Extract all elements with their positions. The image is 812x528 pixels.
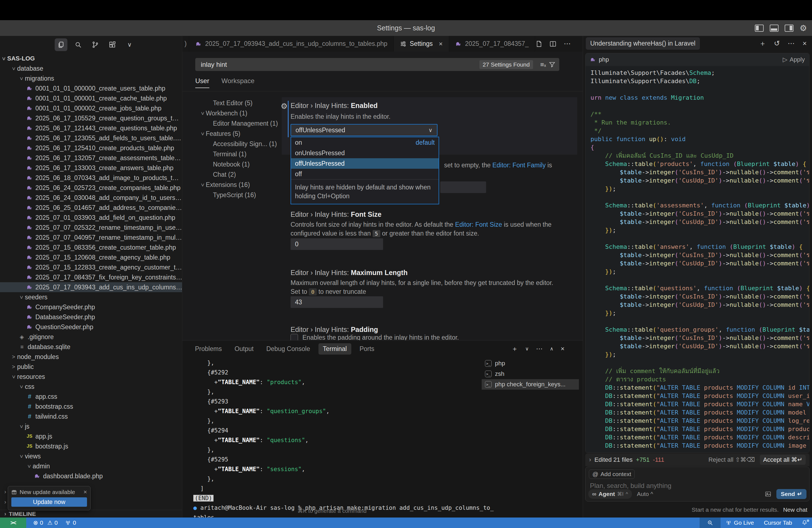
close-panel-icon[interactable]: ×: [561, 345, 565, 353]
terminal-session[interactable]: >_zsh: [482, 369, 579, 379]
dropdown-option[interactable]: onUnlessPressed: [291, 148, 439, 158]
tree-item[interactable]: DatabaseSeeder.php: [0, 312, 182, 322]
panel-tab-debug-console[interactable]: Debug Console: [262, 343, 315, 355]
new-chat-link[interactable]: New chat: [783, 507, 807, 513]
apply-button[interactable]: ▷ Apply: [783, 56, 805, 63]
send-button[interactable]: Send ↵: [777, 489, 807, 499]
open-changes-icon[interactable]: [535, 40, 542, 47]
tree-item[interactable]: 2025_07_15_122833_create_agency_customer…: [0, 262, 182, 272]
notifications-bell-icon[interactable]: [797, 517, 812, 528]
dropdown-option[interactable]: ondefault: [291, 137, 439, 148]
source-control-icon[interactable]: [89, 39, 102, 51]
tree-item[interactable]: >css: [0, 382, 182, 392]
dropdown-option[interactable]: offUnlessPressed: [291, 158, 439, 169]
settings-search-box[interactable]: 27 Settings Found ≡x: [195, 58, 559, 71]
expand-edits-icon[interactable]: ›: [589, 456, 591, 464]
terminal-more-icon[interactable]: ⋯: [536, 345, 543, 353]
enabled-select[interactable]: offUnlessPressed∨: [291, 124, 437, 136]
more-actions-icon[interactable]: ⋯: [564, 40, 571, 48]
tree-item[interactable]: >seeders: [0, 292, 182, 302]
tree-item[interactable]: 2025_06_17_132057_create_assessments_tab…: [0, 153, 182, 163]
tree-item[interactable]: 2025_06_24_030048_add_company_id_to_user…: [0, 193, 182, 203]
new-terminal-icon[interactable]: ＋: [511, 344, 518, 353]
go-live-button[interactable]: Go Live: [721, 517, 759, 528]
chat-input-box[interactable]: @ Add context Plan, search, build anythi…: [585, 467, 810, 501]
cursor-tab-status[interactable]: Cursor Tab: [759, 517, 797, 528]
tree-item[interactable]: dashboard.blade.php: [0, 471, 182, 481]
dropdown-option[interactable]: off: [291, 169, 439, 179]
tree-item[interactable]: 0001_01_01_000000_create_users_table.php: [0, 84, 182, 93]
toc-item[interactable]: Terminal (1): [195, 149, 278, 159]
close-tab-icon[interactable]: ×: [439, 40, 443, 48]
scope-tab-user[interactable]: User: [195, 77, 209, 88]
toast-close-icon[interactable]: ×: [83, 488, 87, 496]
tree-item[interactable]: 2025_06_17_123055_add_fields_to_users_ta…: [0, 133, 182, 143]
tree-item[interactable]: >resources: [0, 372, 182, 382]
editor-tab[interactable]: 2025_07_17_093943_add_cus_ins_udp_column…: [189, 36, 394, 52]
tree-item[interactable]: >admin: [0, 461, 182, 471]
tree-item[interactable]: ≡database.sqlite: [0, 342, 182, 352]
toc-item[interactable]: TypeScript (16): [195, 190, 278, 200]
tree-item[interactable]: 2025_07_17_093943_add_cus_ins_udp_column…: [0, 282, 182, 292]
model-selector[interactable]: Auto ^: [637, 491, 653, 497]
toggle-right-sidebar-icon[interactable]: [785, 25, 794, 32]
panel-tab-output[interactable]: Output: [230, 343, 258, 355]
toc-item[interactable]: Chat (2): [195, 170, 278, 180]
ports-status[interactable]: 0: [65, 519, 76, 526]
tree-item[interactable]: >js: [0, 421, 182, 431]
search-icon[interactable]: [72, 39, 85, 51]
add-context-chip[interactable]: @ Add context: [589, 469, 635, 479]
reject-all-button[interactable]: Reject all ⇧⌘⌫: [708, 456, 755, 464]
problems-status[interactable]: ⊗0 ⚠0: [33, 519, 58, 526]
terminal-session[interactable]: >_php check_foreign_keys...: [482, 379, 579, 390]
tree-root[interactable]: >SAS-LOG: [0, 54, 182, 63]
toc-item[interactable]: Text Editor (5): [195, 98, 278, 108]
panel-tab-ports[interactable]: Ports: [355, 343, 379, 355]
tree-item[interactable]: 2025_06_18_070343_add_image_to_products_…: [0, 173, 182, 183]
remote-indicator[interactable]: ><: [0, 517, 26, 528]
partial-tab[interactable]: ): [182, 36, 189, 52]
chevron-down-icon[interactable]: ∨: [123, 39, 136, 51]
timeline-section[interactable]: › TIMELINE: [0, 510, 182, 517]
tree-item[interactable]: #app.css: [0, 392, 182, 401]
tree-item[interactable]: 2025_07_07_025322_rename_timestamp_in_us…: [0, 223, 182, 233]
tree-item[interactable]: 2025_07_07_040957_rename_timestamp_in_mu…: [0, 233, 182, 243]
scope-tab-workspace[interactable]: Workspace: [221, 77, 255, 88]
tree-item[interactable]: 2025_06_17_125410_create_products_table.…: [0, 143, 182, 153]
tree-item[interactable]: JSapp.js: [0, 431, 182, 441]
toc-item[interactable]: >Extensions (16): [195, 180, 278, 190]
chat-tab[interactable]: Understanding whereHas() in Laravel: [586, 37, 700, 50]
tree-item[interactable]: ◈.gitignore: [0, 332, 182, 342]
toc-item[interactable]: Accessibility Sign... (1): [195, 139, 278, 149]
chat-more-icon[interactable]: ⋯: [788, 39, 795, 48]
filter-icon[interactable]: [549, 61, 555, 68]
toc-item[interactable]: >Features (5): [195, 129, 278, 139]
tree-item[interactable]: 0001_01_01_000002_create_jobs_table.php: [0, 103, 182, 113]
maximize-panel-icon[interactable]: ∧: [550, 346, 553, 352]
tree-item[interactable]: CompanySeeder.php: [0, 302, 182, 312]
tree-item[interactable]: 2025_07_15_083356_create_customer_table.…: [0, 243, 182, 252]
zoom-indicator[interactable]: [700, 517, 721, 528]
tree-item[interactable]: 2025_06_25_014657_add_address_to_compani…: [0, 203, 182, 212]
terminal-session[interactable]: >_php: [482, 358, 579, 369]
tree-item[interactable]: 0001_01_01_000001_create_cache_table.php: [0, 93, 182, 103]
tree-item[interactable]: >public: [0, 362, 182, 372]
settings-search-input[interactable]: [201, 61, 479, 69]
toggle-panel-icon[interactable]: [770, 25, 779, 32]
attach-image-icon[interactable]: [765, 491, 771, 497]
panel-tab-terminal[interactable]: Terminal: [318, 343, 351, 355]
tree-item[interactable]: JSbootstrap.js: [0, 441, 182, 451]
update-now-button[interactable]: Update now: [11, 497, 87, 507]
padding-checkbox[interactable]: [291, 334, 298, 340]
settings-gear-icon[interactable]: ⚙: [800, 24, 807, 32]
toggle-left-sidebar-icon[interactable]: [755, 25, 764, 32]
accept-all-button[interactable]: Accept all ⌘↵: [760, 455, 806, 465]
chat-history-icon[interactable]: ↺: [774, 39, 780, 48]
tree-item[interactable]: 2025_06_17_105529_create_question_groups…: [0, 113, 182, 123]
tree-item[interactable]: 2025_06_17_133003_create_answers_table.p…: [0, 163, 182, 173]
tree-item[interactable]: 2025_07_17_084357_fix_foreign_key_constr…: [0, 272, 182, 282]
clear-filters-icon[interactable]: ≡x: [540, 61, 546, 69]
explorer-icon[interactable]: [55, 39, 68, 51]
toc-item[interactable]: >Workbench (1): [195, 108, 278, 118]
editor-tab[interactable]: Settings×: [394, 36, 449, 52]
